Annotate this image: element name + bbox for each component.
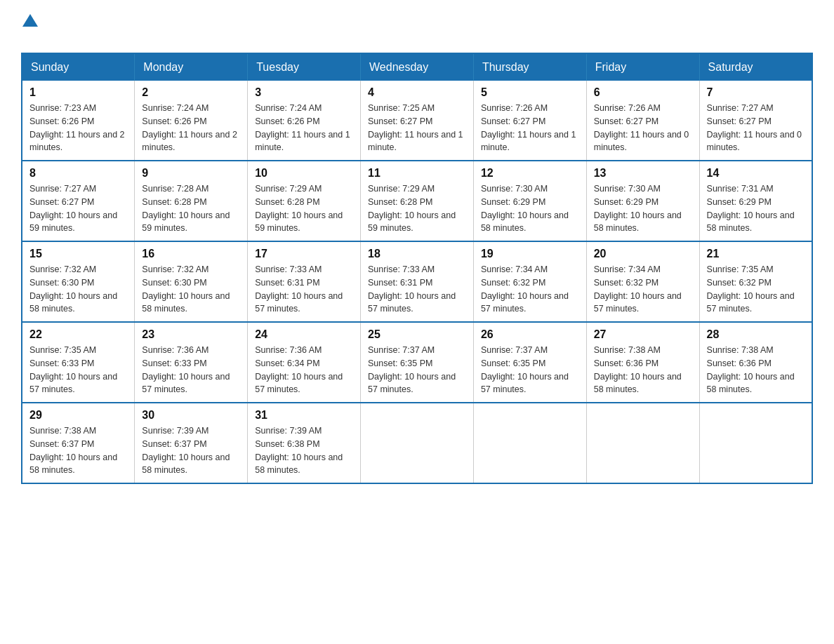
daylight-text: Daylight: 10 hours and 59 minutes. xyxy=(255,210,343,234)
sunset-text: Sunset: 6:31 PM xyxy=(255,278,319,288)
day-info: Sunrise: 7:37 AMSunset: 6:35 PMDaylight:… xyxy=(368,344,466,396)
sunset-text: Sunset: 6:37 PM xyxy=(29,439,94,449)
sunrise-text: Sunrise: 7:38 AM xyxy=(29,426,96,436)
sunrise-text: Sunrise: 7:38 AM xyxy=(707,345,774,355)
day-info: Sunrise: 7:36 AMSunset: 6:33 PMDaylight:… xyxy=(142,344,240,396)
sunset-text: Sunset: 6:36 PM xyxy=(594,358,658,368)
daylight-text: Daylight: 10 hours and 57 minutes. xyxy=(368,372,456,395)
sunset-text: Sunset: 6:35 PM xyxy=(368,358,432,368)
calendar-table: SundayMondayTuesdayWednesdayThursdayFrid… xyxy=(21,53,813,484)
sunset-text: Sunset: 6:33 PM xyxy=(142,358,206,368)
calendar-week-row: 8Sunrise: 7:27 AMSunset: 6:27 PMDaylight… xyxy=(22,161,812,241)
sunrise-text: Sunrise: 7:32 AM xyxy=(142,264,208,274)
calendar-cell: 25Sunrise: 7:37 AMSunset: 6:35 PMDayligh… xyxy=(361,322,474,403)
day-info: Sunrise: 7:26 AMSunset: 6:27 PMDaylight:… xyxy=(594,102,692,154)
day-number: 30 xyxy=(142,409,240,422)
sunset-text: Sunset: 6:34 PM xyxy=(255,358,319,368)
daylight-text: Daylight: 10 hours and 58 minutes. xyxy=(142,452,230,476)
calendar-cell: 7Sunrise: 7:27 AMSunset: 6:27 PMDaylight… xyxy=(699,81,812,161)
sunrise-text: Sunrise: 7:33 AM xyxy=(255,264,322,274)
day-info: Sunrise: 7:39 AMSunset: 6:37 PMDaylight:… xyxy=(142,424,240,477)
sunrise-text: Sunrise: 7:37 AM xyxy=(481,345,548,355)
day-number: 23 xyxy=(142,328,240,341)
day-number: 24 xyxy=(255,328,353,341)
day-number: 19 xyxy=(481,248,579,260)
sunset-text: Sunset: 6:32 PM xyxy=(481,278,545,288)
day-number: 6 xyxy=(594,86,692,99)
day-number: 9 xyxy=(142,167,240,180)
daylight-text: Daylight: 11 hours and 1 minute. xyxy=(368,130,463,153)
daylight-text: Daylight: 10 hours and 59 minutes. xyxy=(368,210,456,234)
sunrise-text: Sunrise: 7:26 AM xyxy=(594,103,661,113)
calendar-cell: 12Sunrise: 7:30 AMSunset: 6:29 PMDayligh… xyxy=(473,161,586,241)
day-info: Sunrise: 7:29 AMSunset: 6:28 PMDaylight:… xyxy=(368,182,466,235)
calendar-cell: 3Sunrise: 7:24 AMSunset: 6:26 PMDaylight… xyxy=(248,81,361,161)
sunrise-text: Sunrise: 7:37 AM xyxy=(368,345,435,355)
header-thursday: Thursday xyxy=(473,53,586,81)
daylight-text: Daylight: 10 hours and 58 minutes. xyxy=(255,452,343,476)
daylight-text: Daylight: 11 hours and 0 minutes. xyxy=(594,130,689,153)
sunset-text: Sunset: 6:29 PM xyxy=(594,197,658,207)
daylight-text: Daylight: 10 hours and 58 minutes. xyxy=(481,210,569,234)
calendar-cell: 6Sunrise: 7:26 AMSunset: 6:27 PMDaylight… xyxy=(586,81,699,161)
sunrise-text: Sunrise: 7:30 AM xyxy=(594,184,661,194)
day-number: 10 xyxy=(255,167,353,180)
calendar-cell: 17Sunrise: 7:33 AMSunset: 6:31 PMDayligh… xyxy=(248,241,361,322)
calendar-cell: 19Sunrise: 7:34 AMSunset: 6:32 PMDayligh… xyxy=(473,241,586,322)
daylight-text: Daylight: 10 hours and 57 minutes. xyxy=(481,291,569,314)
daylight-text: Daylight: 11 hours and 1 minute. xyxy=(481,130,576,153)
daylight-text: Daylight: 10 hours and 57 minutes. xyxy=(255,291,343,314)
sunrise-text: Sunrise: 7:33 AM xyxy=(368,264,435,274)
sunset-text: Sunset: 6:26 PM xyxy=(142,116,206,126)
day-info: Sunrise: 7:32 AMSunset: 6:30 PMDaylight:… xyxy=(29,263,127,316)
day-number: 11 xyxy=(368,167,466,180)
day-info: Sunrise: 7:35 AMSunset: 6:33 PMDaylight:… xyxy=(29,344,127,396)
calendar-cell: 21Sunrise: 7:35 AMSunset: 6:32 PMDayligh… xyxy=(699,241,812,322)
day-info: Sunrise: 7:33 AMSunset: 6:31 PMDaylight:… xyxy=(368,263,466,316)
daylight-text: Daylight: 10 hours and 57 minutes. xyxy=(594,291,682,314)
day-info: Sunrise: 7:32 AMSunset: 6:30 PMDaylight:… xyxy=(142,263,240,316)
calendar-cell: 31Sunrise: 7:39 AMSunset: 6:38 PMDayligh… xyxy=(248,403,361,483)
calendar-week-row: 1Sunrise: 7:23 AMSunset: 6:26 PMDaylight… xyxy=(22,81,812,161)
calendar-cell: 16Sunrise: 7:32 AMSunset: 6:30 PMDayligh… xyxy=(135,241,248,322)
calendar-cell: 24Sunrise: 7:36 AMSunset: 6:34 PMDayligh… xyxy=(248,322,361,403)
day-info: Sunrise: 7:30 AMSunset: 6:29 PMDaylight:… xyxy=(481,182,579,235)
day-number: 12 xyxy=(481,167,579,180)
calendar-cell: 20Sunrise: 7:34 AMSunset: 6:32 PMDayligh… xyxy=(586,241,699,322)
sunrise-text: Sunrise: 7:34 AM xyxy=(481,264,548,274)
day-number: 13 xyxy=(594,167,692,180)
day-info: Sunrise: 7:38 AMSunset: 6:36 PMDaylight:… xyxy=(594,344,692,396)
day-number: 2 xyxy=(142,86,240,99)
sunrise-text: Sunrise: 7:32 AM xyxy=(29,264,96,274)
day-number: 26 xyxy=(481,328,579,341)
daylight-text: Daylight: 10 hours and 58 minutes. xyxy=(594,372,682,395)
calendar-header-row: SundayMondayTuesdayWednesdayThursdayFrid… xyxy=(22,53,812,81)
sunrise-text: Sunrise: 7:34 AM xyxy=(594,264,661,274)
sunset-text: Sunset: 6:36 PM xyxy=(707,358,772,368)
sunset-text: Sunset: 6:29 PM xyxy=(481,197,545,207)
day-info: Sunrise: 7:25 AMSunset: 6:27 PMDaylight:… xyxy=(368,102,466,154)
day-info: Sunrise: 7:37 AMSunset: 6:35 PMDaylight:… xyxy=(481,344,579,396)
calendar-cell: 14Sunrise: 7:31 AMSunset: 6:29 PMDayligh… xyxy=(699,161,812,241)
sunset-text: Sunset: 6:29 PM xyxy=(707,197,772,207)
page-header xyxy=(21,14,813,39)
sunrise-text: Sunrise: 7:24 AM xyxy=(142,103,208,113)
sunrise-text: Sunrise: 7:28 AM xyxy=(142,184,208,194)
calendar-cell: 13Sunrise: 7:30 AMSunset: 6:29 PMDayligh… xyxy=(586,161,699,241)
day-number: 16 xyxy=(142,248,240,260)
calendar-cell: 15Sunrise: 7:32 AMSunset: 6:30 PMDayligh… xyxy=(22,241,135,322)
daylight-text: Daylight: 10 hours and 58 minutes. xyxy=(707,210,795,234)
calendar-cell: 27Sunrise: 7:38 AMSunset: 6:36 PMDayligh… xyxy=(586,322,699,403)
calendar-cell: 5Sunrise: 7:26 AMSunset: 6:27 PMDaylight… xyxy=(473,81,586,161)
sunrise-text: Sunrise: 7:39 AM xyxy=(142,426,208,436)
day-number: 18 xyxy=(368,248,466,260)
calendar-cell xyxy=(473,403,586,483)
day-info: Sunrise: 7:24 AMSunset: 6:26 PMDaylight:… xyxy=(255,102,353,154)
sunrise-text: Sunrise: 7:36 AM xyxy=(255,345,322,355)
calendar-cell xyxy=(361,403,474,483)
daylight-text: Daylight: 10 hours and 57 minutes. xyxy=(481,372,569,395)
calendar-cell: 9Sunrise: 7:28 AMSunset: 6:28 PMDaylight… xyxy=(135,161,248,241)
day-info: Sunrise: 7:30 AMSunset: 6:29 PMDaylight:… xyxy=(594,182,692,235)
day-number: 5 xyxy=(481,86,579,99)
calendar-cell: 4Sunrise: 7:25 AMSunset: 6:27 PMDaylight… xyxy=(361,81,474,161)
